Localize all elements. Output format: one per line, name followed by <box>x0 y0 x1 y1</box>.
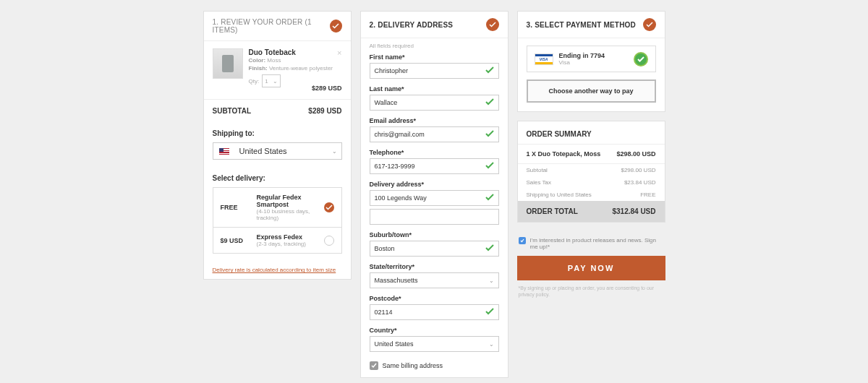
selected-radio-icon <box>324 202 334 212</box>
cart-item: Duo Toteback Color: Moss Finish: Venture… <box>213 48 342 92</box>
select-delivery-label: Select delivery: <box>213 174 342 182</box>
pay-now-button[interactable]: PAY NOW <box>517 256 665 280</box>
chevron-down-icon: ⌄ <box>489 277 494 284</box>
summary-row: Sales Tax$23.84 USD <box>518 176 665 189</box>
firstname-input[interactable]: Christopher <box>370 63 499 79</box>
chevron-down-icon: ⌄ <box>489 341 494 348</box>
check-badge-icon <box>643 18 656 31</box>
item-price: $289 USD <box>312 85 342 92</box>
valid-icon <box>485 129 494 139</box>
summary-row: Shipping to United StatesFREE <box>518 189 665 201</box>
card-selected-icon <box>634 52 648 66</box>
same-billing-checkbox[interactable]: Same billing address <box>361 358 508 377</box>
qty-select[interactable]: 1⌄ <box>262 74 281 87</box>
phone-input[interactable]: 617-123-9999 <box>370 158 499 174</box>
checkbox-checked-icon <box>519 237 526 244</box>
valid-icon <box>485 244 494 254</box>
order-total: ORDER TOTAL$312.84 USD <box>518 201 665 222</box>
lastname-input[interactable]: Wallace <box>370 95 499 111</box>
unselected-radio-icon <box>324 236 334 246</box>
state-select[interactable]: Massachusetts⌄ <box>370 272 499 288</box>
country-select[interactable]: United States⌄ <box>370 336 499 352</box>
payment-title: 3. SELECT PAYMENT METHOD <box>527 21 637 29</box>
required-hint: All fields required <box>361 38 508 53</box>
choose-other-payment-button[interactable]: Choose another way to pay <box>527 79 656 103</box>
delivery-rate-note[interactable]: Delivery rate is calculated according to… <box>204 261 351 279</box>
chevron-down-icon: ⌄ <box>332 148 337 155</box>
suburb-input[interactable]: Boston <box>370 241 499 257</box>
remove-item-button[interactable]: × <box>337 48 341 57</box>
shipping-country-select[interactable]: United States ⌄ <box>213 142 342 160</box>
product-thumbnail <box>213 48 243 79</box>
check-badge-icon <box>486 18 499 31</box>
delivery-option[interactable]: $9 USD Express Fedex(2-3 days, tracking) <box>213 228 342 254</box>
postcode-input[interactable]: 02114 <box>370 304 499 320</box>
newsletter-optin-checkbox[interactable]: I'm interested in product releases and n… <box>517 231 665 256</box>
delivery-address-panel: 2. DELIVERY ADDRESS All fields required … <box>360 11 509 378</box>
check-badge-icon <box>330 20 342 33</box>
email-input[interactable]: chris@gmail.com <box>370 126 499 142</box>
payment-method-panel: 3. SELECT PAYMENT METHOD VISA Ending in … <box>517 11 665 112</box>
address1-input[interactable]: 100 Legends Way <box>370 190 499 206</box>
order-summary-panel: ORDER SUMMARY 1 X Duo Totepack, Moss$298… <box>517 121 665 223</box>
valid-icon <box>485 193 494 203</box>
product-name: Duo Toteback <box>249 48 333 56</box>
legal-text: *By signing up or placing an order, you … <box>517 280 665 302</box>
delivery-option[interactable]: FREE Regular Fedex Smartpost(4-10 busine… <box>213 187 342 228</box>
shipping-to-label: Shipping to: <box>213 129 342 137</box>
checkbox-checked-icon <box>370 361 378 370</box>
valid-icon <box>485 98 494 108</box>
valid-icon <box>485 307 494 317</box>
delivery-title: 2. DELIVERY ADDRESS <box>370 21 454 29</box>
visa-icon: VISA <box>535 53 553 65</box>
summary-row: Subtotal$298.00 USD <box>518 164 665 176</box>
valid-icon <box>485 66 494 76</box>
chevron-down-icon: ⌄ <box>273 78 278 85</box>
flag-icon <box>219 148 229 155</box>
saved-card[interactable]: VISA Ending in 7794Visa <box>527 46 656 72</box>
summary-title: ORDER SUMMARY <box>518 121 665 145</box>
valid-icon <box>485 161 494 171</box>
subtotal-row: SUBTOTAL$289 USD <box>204 99 351 122</box>
review-title: 1. REVIEW YOUR ORDER (1 ITEMS) <box>213 18 330 34</box>
review-order-panel: 1. REVIEW YOUR ORDER (1 ITEMS) Duo Toteb… <box>203 11 352 280</box>
address2-input[interactable] <box>370 209 499 225</box>
summary-lineitem: 1 X Duo Totepack, Moss$298.00 USD <box>518 145 665 164</box>
